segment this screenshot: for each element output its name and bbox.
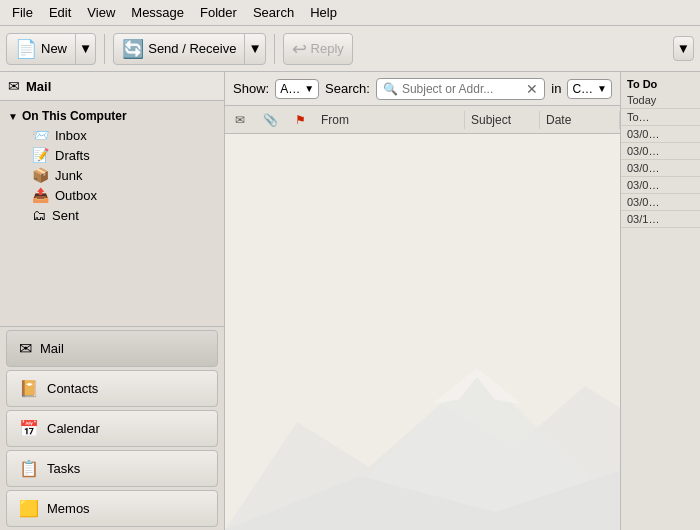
outbox-label: Outbox	[55, 188, 97, 203]
show-label: Show:	[233, 81, 269, 96]
new-button[interactable]: 📄 New	[6, 33, 76, 65]
todo-item-5[interactable]: 03/0…	[621, 177, 700, 194]
nav-mail-icon: ✉	[19, 339, 32, 358]
todo-item-4[interactable]: 03/0…	[621, 160, 700, 177]
mail-header-icon: ✉	[8, 78, 20, 94]
sidebar-item-inbox[interactable]: 📨 Inbox	[8, 125, 216, 145]
nav-calendar-icon: 📅	[19, 419, 39, 438]
inbox-icon: 📨	[32, 127, 49, 143]
col-icon-flag: ⚑	[285, 113, 315, 127]
section-header[interactable]: ▼ On This Computer	[8, 109, 216, 123]
new-label: New	[41, 41, 67, 56]
send-receive-icon: 🔄	[122, 38, 144, 60]
search-label: Search:	[325, 81, 370, 96]
sidebar-item-drafts[interactable]: 📝 Drafts	[8, 145, 216, 165]
nav-calendar-button[interactable]: 📅 Calendar	[6, 410, 218, 447]
on-this-computer-section: ▼ On This Computer 📨 Inbox 📝 Drafts 📦 Ju…	[0, 105, 224, 229]
send-receive-dropdown-button[interactable]: ▼	[244, 33, 265, 65]
sidebar-title: Mail	[26, 79, 51, 94]
in-label: in	[551, 81, 561, 96]
outbox-icon: 📤	[32, 187, 49, 203]
nav-buttons: ✉ Mail 📔 Contacts 📅 Calendar 📋 Tasks 🟨 M…	[0, 326, 224, 530]
sent-label: Sent	[52, 208, 79, 223]
sidebar: ✉ Mail ▼ On This Computer 📨 Inbox 📝 Draf…	[0, 72, 225, 530]
sidebar-item-sent[interactable]: 🗂 Sent	[8, 205, 216, 225]
reply-button[interactable]: ↩ Reply	[283, 33, 353, 65]
menu-folder[interactable]: Folder	[192, 3, 245, 22]
search-box: 🔍 ✕	[376, 78, 545, 100]
reply-label: Reply	[311, 41, 344, 56]
todo-header: To Do	[621, 76, 700, 92]
new-icon: 📄	[15, 38, 37, 60]
menu-file[interactable]: File	[4, 3, 41, 22]
sidebar-header: ✉ Mail	[0, 72, 224, 101]
menu-help[interactable]: Help	[302, 3, 345, 22]
col-header-subject[interactable]: Subject	[465, 111, 540, 129]
col-icon-clip: 📎	[255, 113, 285, 127]
show-select[interactable]: A… ▼	[275, 79, 319, 99]
junk-icon: 📦	[32, 167, 49, 183]
toolbar-separator-2	[274, 34, 275, 64]
todo-item-1[interactable]: To…	[621, 109, 700, 126]
new-dropdown-button[interactable]: ▼	[75, 33, 96, 65]
main-area: ✉ Mail ▼ On This Computer 📨 Inbox 📝 Draf…	[0, 72, 700, 530]
drafts-label: Drafts	[55, 148, 90, 163]
nav-contacts-button[interactable]: 📔 Contacts	[6, 370, 218, 407]
inbox-label: Inbox	[55, 128, 87, 143]
sidebar-item-junk[interactable]: 📦 Junk	[8, 165, 216, 185]
junk-label: Junk	[55, 168, 82, 183]
search-input[interactable]	[402, 82, 526, 96]
todo-item-today[interactable]: Today	[621, 92, 700, 109]
search-clear-button[interactable]: ✕	[526, 81, 538, 97]
nav-memos-button[interactable]: 🟨 Memos	[6, 490, 218, 527]
menu-message[interactable]: Message	[123, 3, 192, 22]
menu-view[interactable]: View	[79, 3, 123, 22]
nav-contacts-label: Contacts	[47, 381, 98, 396]
menu-edit[interactable]: Edit	[41, 3, 79, 22]
in-dropdown-icon: ▼	[597, 83, 607, 94]
nav-contacts-icon: 📔	[19, 379, 39, 398]
in-select[interactable]: C… ▼	[567, 79, 612, 99]
nav-mail-button[interactable]: ✉ Mail	[6, 330, 218, 367]
nav-tasks-label: Tasks	[47, 461, 80, 476]
content-area: Show: A… ▼ Search: 🔍 ✕ in C… ▼ ✉ 📎 ⚑ F	[225, 72, 620, 530]
sent-icon: 🗂	[32, 207, 46, 223]
todo-item-2[interactable]: 03/0…	[621, 126, 700, 143]
col-header-date[interactable]: Date	[540, 111, 620, 129]
sidebar-tree: ▼ On This Computer 📨 Inbox 📝 Drafts 📦 Ju…	[0, 101, 224, 326]
menu-search[interactable]: Search	[245, 3, 302, 22]
todo-item-7[interactable]: 03/1…	[621, 211, 700, 228]
todo-item-3[interactable]: 03/0…	[621, 143, 700, 160]
new-button-group: 📄 New ▼	[6, 33, 96, 65]
show-dropdown-icon: ▼	[304, 83, 314, 94]
send-receive-label: Send / Receive	[148, 41, 236, 56]
column-headers: ✉ 📎 ⚑ From Subject Date	[225, 106, 620, 134]
show-value: A…	[280, 82, 300, 96]
nav-calendar-label: Calendar	[47, 421, 100, 436]
nav-tasks-icon: 📋	[19, 459, 39, 478]
col-header-from[interactable]: From	[315, 111, 465, 129]
email-list	[225, 134, 620, 530]
nav-mail-label: Mail	[40, 341, 64, 356]
section-arrow-icon: ▼	[8, 111, 18, 122]
nav-memos-label: Memos	[47, 501, 90, 516]
toolbar-separator-1	[104, 34, 105, 64]
send-receive-button[interactable]: 🔄 Send / Receive	[113, 33, 245, 65]
more-button[interactable]: ▼	[673, 36, 694, 61]
sidebar-item-outbox[interactable]: 📤 Outbox	[8, 185, 216, 205]
nav-memos-icon: 🟨	[19, 499, 39, 518]
mountain-background	[225, 350, 620, 530]
drafts-icon: 📝	[32, 147, 49, 163]
col-icon-envelope: ✉	[225, 113, 255, 127]
in-value: C…	[572, 82, 593, 96]
section-title: On This Computer	[22, 109, 127, 123]
nav-tasks-button[interactable]: 📋 Tasks	[6, 450, 218, 487]
reply-icon: ↩	[292, 38, 307, 60]
todo-panel: To Do Today To… 03/0… 03/0… 03/0… 03/0… …	[620, 72, 700, 530]
menubar: File Edit View Message Folder Search Hel…	[0, 0, 700, 26]
filter-bar: Show: A… ▼ Search: 🔍 ✕ in C… ▼	[225, 72, 620, 106]
todo-item-6[interactable]: 03/0…	[621, 194, 700, 211]
search-icon: 🔍	[383, 82, 398, 96]
toolbar: 📄 New ▼ 🔄 Send / Receive ▼ ↩ Reply ▼	[0, 26, 700, 72]
send-receive-button-group: 🔄 Send / Receive ▼	[113, 33, 265, 65]
